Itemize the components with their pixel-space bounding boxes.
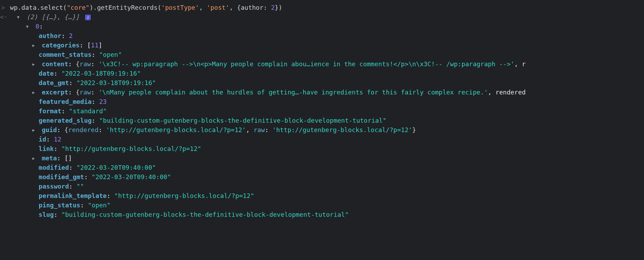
prop-generated-slug: generated_slug: "building-custom-gutenbe… bbox=[0, 116, 644, 125]
info-icon[interactable]: i bbox=[85, 15, 91, 20]
cmd-wp: wp bbox=[10, 4, 18, 11]
expand-array-toggle[interactable] bbox=[16, 12, 23, 22]
expand-categories-toggle[interactable] bbox=[32, 40, 38, 50]
prop-ping-status: ping_status: "open" bbox=[0, 200, 644, 210]
output-prompt: <· bbox=[0, 13, 8, 21]
expand-guid-toggle[interactable] bbox=[32, 125, 38, 135]
prop-categories: categories: [11] bbox=[0, 40, 644, 50]
expand-excerpt-toggle[interactable] bbox=[32, 87, 38, 97]
prop-password: password: "" bbox=[0, 182, 644, 191]
array-length: (2) bbox=[27, 13, 38, 21]
array-item-0: 0: bbox=[0, 22, 644, 31]
prop-date-gmt: date_gmt: "2022-03-18T09:19:16" bbox=[0, 78, 644, 87]
expand-item-0-toggle[interactable] bbox=[25, 22, 32, 31]
input-prompt: > bbox=[0, 3, 6, 12]
prop-content: content: {raw: '\x3C!-- wp:paragraph -->… bbox=[0, 59, 644, 69]
prop-format: format: "standard" bbox=[0, 106, 644, 116]
prop-guid: guid: {rendered: 'http://gutenberg-block… bbox=[0, 125, 644, 135]
array-preview: [{…}, {…}] bbox=[42, 13, 79, 21]
prop-date: date: "2022-03-18T09:19:16" bbox=[0, 69, 644, 78]
prop-permalink-template: permalink_template: "http://gutenberg-bl… bbox=[0, 191, 644, 200]
console-output-summary: <· (2) [{…}, {…}] i bbox=[0, 12, 644, 22]
prop-comment-status: comment_status: "open" bbox=[0, 50, 644, 59]
console-input-row[interactable]: > wp.data.select("core").getEntityRecord… bbox=[0, 3, 644, 12]
prop-featured-media: featured_media: 23 bbox=[0, 97, 644, 106]
item-index-0: 0 bbox=[36, 23, 39, 30]
prop-link: link: "http://gutenberg-blocks.local/?p=… bbox=[0, 144, 644, 153]
prop-modified: modified: "2022-03-20T09:40:00" bbox=[0, 163, 644, 172]
prop-slug: slug: "building-custom-gutenberg-blocks-… bbox=[0, 210, 644, 219]
expand-meta-toggle[interactable] bbox=[32, 153, 38, 163]
prop-author: author: 2 bbox=[0, 31, 644, 40]
prop-id: id: 12 bbox=[0, 135, 644, 144]
expand-content-toggle[interactable] bbox=[32, 59, 38, 69]
prop-modified-gmt: modified_gmt: "2022-03-20T09:40:00" bbox=[0, 172, 644, 182]
prop-meta: meta: [] bbox=[0, 153, 644, 163]
prop-excerpt: excerpt: {raw: '\nMany people complain a… bbox=[0, 87, 644, 97]
